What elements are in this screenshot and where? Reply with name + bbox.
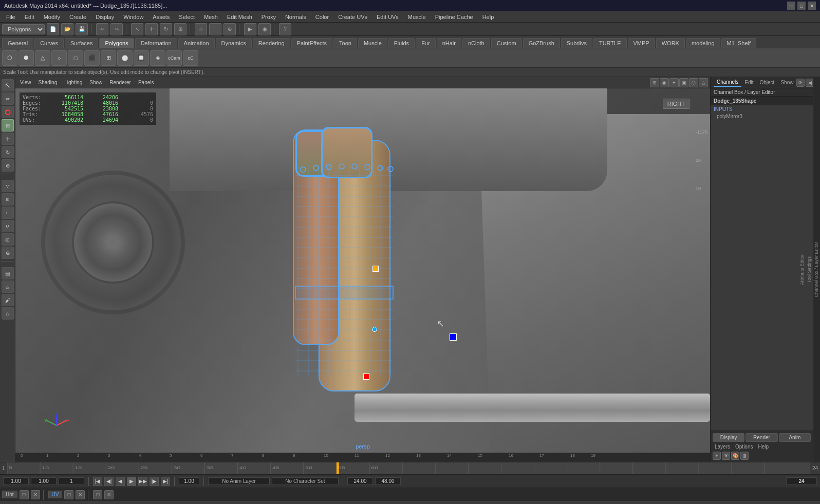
layer-delete-icon[interactable]: 🗑 bbox=[740, 452, 749, 460]
menu-file[interactable]: File bbox=[2, 13, 20, 21]
anim-tab-btn[interactable]: Anim bbox=[779, 433, 811, 442]
shelf-icon-cc[interactable]: cC bbox=[183, 50, 198, 66]
menu-proxy[interactable]: Proxy bbox=[257, 13, 280, 21]
shelf-tab-surfaces[interactable]: Surfaces bbox=[65, 38, 98, 48]
shelf-tab-custom[interactable]: Custom bbox=[491, 38, 522, 48]
shelf-tab-fluids[interactable]: Fluids bbox=[388, 38, 415, 48]
save-scene-icon[interactable]: 💾 bbox=[76, 23, 88, 35]
hotkey-indicator[interactable]: Hot bbox=[2, 491, 17, 498]
shelf-tab-dynamics[interactable]: Dynamics bbox=[216, 38, 252, 48]
viewport-view-menu[interactable]: View bbox=[17, 79, 34, 86]
redo-icon[interactable]: ↪ bbox=[110, 23, 123, 35]
vp-icon-6[interactable]: △ bbox=[699, 78, 708, 87]
vp-icon-1[interactable]: ⊞ bbox=[650, 78, 659, 87]
scale-tool[interactable]: ⊞ bbox=[2, 119, 14, 132]
transport-val1[interactable]: 1.00 bbox=[3, 477, 29, 485]
transport-frame-rate[interactable]: 1.00 bbox=[179, 477, 199, 485]
shelf-tab-animation[interactable]: Animation bbox=[178, 38, 215, 48]
options-btn[interactable]: Options bbox=[733, 443, 755, 450]
menu-window[interactable]: Window bbox=[119, 13, 147, 21]
channels-tab[interactable]: Channels bbox=[714, 78, 741, 87]
transport-val2[interactable]: 1.00 bbox=[31, 477, 57, 485]
universal-manip-tool[interactable]: ⊕ bbox=[2, 159, 14, 172]
viewport-panels-menu[interactable]: Panels bbox=[136, 79, 157, 86]
select-tool-icon[interactable]: ↖ bbox=[131, 23, 143, 35]
status-icon-4[interactable]: ✕ bbox=[76, 490, 85, 499]
timeline-ruler[interactable]: 5 10 15 20 25 30 35 40 45 50 55 60 bbox=[7, 462, 810, 474]
vp-icon-2[interactable]: ◉ bbox=[660, 78, 669, 87]
sculpt-tool[interactable]: ⌂ bbox=[2, 281, 14, 293]
shelf-tab-general[interactable]: General bbox=[2, 38, 33, 48]
shelf-icon-5[interactable]: □ bbox=[68, 50, 83, 66]
new-layer-icon[interactable]: + bbox=[713, 452, 721, 460]
component-mode-vert[interactable]: V bbox=[2, 180, 14, 192]
shelf-tab-gozbrush[interactable]: GoZBrush bbox=[523, 38, 560, 48]
shelf-tab-subdivs[interactable]: Subdivs bbox=[561, 38, 592, 48]
shelf-tab-nhair[interactable]: nHair bbox=[437, 38, 461, 48]
rotate-tool[interactable]: ↻ bbox=[2, 146, 14, 158]
attr-strip-attreditor[interactable]: Attribute Editor bbox=[798, 251, 806, 288]
menu-modify[interactable]: Modify bbox=[40, 13, 64, 21]
shelf-tab-vmpp[interactable]: VMPP bbox=[628, 38, 655, 48]
char-set-selector[interactable]: No Character Set bbox=[272, 477, 339, 485]
shelf-icon-8[interactable]: ⬤ bbox=[117, 50, 133, 66]
paint-weights-tool[interactable]: 🖌 bbox=[2, 294, 14, 306]
component-mode-uv[interactable]: U bbox=[2, 220, 14, 232]
shelf-tab-toon[interactable]: Toon bbox=[333, 38, 357, 48]
menu-mesh[interactable]: Mesh bbox=[200, 13, 222, 21]
3d-viewport[interactable]: ↖ X Y Z RIGHT per bbox=[15, 88, 710, 453]
vp-icon-5[interactable]: ⬡ bbox=[689, 78, 698, 87]
transport-btn-play-forward[interactable]: ▶ bbox=[127, 477, 136, 486]
shelf-icon-10[interactable]: ◈ bbox=[150, 50, 165, 66]
show-tab[interactable]: Show bbox=[777, 79, 796, 86]
shelf-tab-turtle[interactable]: TURTLE bbox=[593, 38, 627, 48]
menu-help[interactable]: Help bbox=[478, 13, 498, 21]
input-node[interactable]: polyMirror3 bbox=[711, 113, 813, 120]
render-tab-btn[interactable]: Render bbox=[746, 433, 777, 442]
render-icon[interactable]: ▶ bbox=[244, 23, 256, 35]
crease-tool[interactable]: ▤ bbox=[2, 267, 14, 279]
timeline[interactable]: 1 bbox=[0, 462, 820, 474]
snap-grid-icon[interactable]: ⊹ bbox=[195, 23, 207, 35]
help-btn[interactable]: Help bbox=[756, 443, 771, 450]
menu-edit[interactable]: Edit bbox=[21, 13, 39, 21]
shelf-icon-7[interactable]: ⊞ bbox=[101, 50, 116, 66]
shelf-tab-curves[interactable]: Curves bbox=[34, 38, 64, 48]
camera-home[interactable]: ⌂ bbox=[2, 307, 14, 320]
window-controls[interactable]: ─ □ ✕ bbox=[787, 2, 816, 10]
shelf-tab-deformation[interactable]: Deformation bbox=[135, 38, 177, 48]
shelf-icon-9[interactable]: 🔲 bbox=[134, 50, 149, 66]
proportional-move[interactable]: ⊛ bbox=[2, 247, 14, 259]
object-tab[interactable]: Object bbox=[757, 79, 778, 86]
shelf-tab-fur[interactable]: Fur bbox=[416, 38, 436, 48]
uv-indicator[interactable]: UV bbox=[48, 491, 63, 498]
viewport-show-menu[interactable]: Show bbox=[87, 79, 105, 86]
component-mode-edge[interactable]: E bbox=[2, 193, 14, 206]
transport-btn-end[interactable]: ▶| bbox=[161, 477, 170, 486]
transport-current-frame[interactable]: 24 bbox=[786, 477, 817, 485]
shelf-tab-modeling[interactable]: modeling bbox=[686, 38, 720, 48]
rp-icon-1[interactable]: ⟳ bbox=[796, 79, 805, 87]
shelf-icon-3[interactable]: △ bbox=[35, 50, 50, 66]
layer-vis-icon[interactable]: 👁 bbox=[722, 452, 730, 460]
menu-edit-mesh[interactable]: Edit Mesh bbox=[223, 13, 256, 21]
viewport-lighting-menu[interactable]: Lighting bbox=[62, 79, 85, 86]
status-icon-1[interactable]: □ bbox=[20, 490, 29, 499]
menu-muscle[interactable]: Muscle bbox=[404, 13, 430, 21]
viewport-shading-menu[interactable]: Shading bbox=[36, 79, 60, 86]
transport-btn-prev[interactable]: ◀ bbox=[116, 477, 125, 486]
transport-btn-next[interactable]: ▶▶ bbox=[138, 477, 147, 486]
soft-select-tool[interactable]: ◎ bbox=[2, 233, 14, 246]
edit-tab[interactable]: Edit bbox=[741, 79, 756, 86]
shelf-tab-painteffects[interactable]: PaintEffects bbox=[291, 38, 333, 48]
shelf-icon-4[interactable]: ○ bbox=[51, 50, 67, 66]
attr-strip-channelbox[interactable]: Channel Box / Layer Editor bbox=[813, 239, 820, 301]
viewport-renderer-menu[interactable]: Renderer bbox=[107, 79, 134, 86]
transport-btn-prev-key[interactable]: ◀| bbox=[104, 477, 114, 486]
menu-color[interactable]: Color bbox=[311, 13, 333, 21]
close-button[interactable]: ✕ bbox=[808, 2, 816, 10]
undo-icon[interactable]: ↩ bbox=[96, 23, 108, 35]
shelf-icon-1[interactable]: ⬡ bbox=[2, 50, 17, 66]
vp-icon-4[interactable]: ▣ bbox=[679, 78, 688, 87]
shelf-icon-ccam[interactable]: cCam bbox=[166, 50, 182, 66]
